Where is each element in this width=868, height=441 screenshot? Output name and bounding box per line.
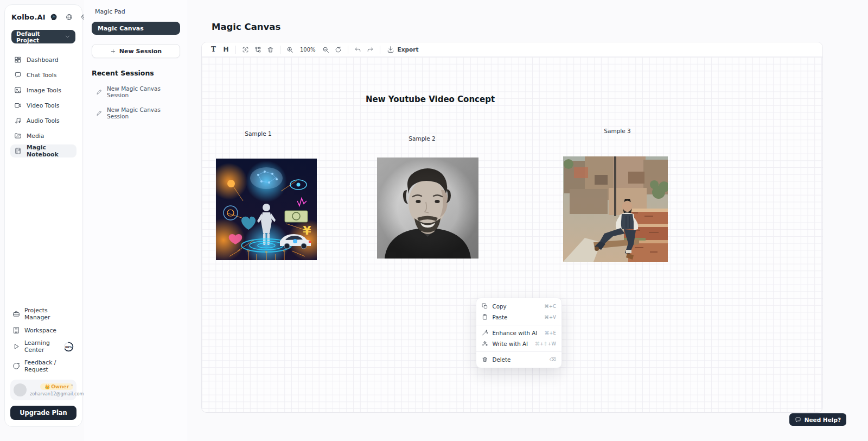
video-camera-icon bbox=[14, 102, 22, 109]
sample-3-image[interactable] bbox=[563, 156, 668, 262]
crown-icon: 👑 bbox=[44, 385, 50, 389]
canvas-heading-text[interactable]: New Youtube Video Concept bbox=[202, 94, 659, 104]
main-area: Magic Canvas T H 100% bbox=[188, 0, 868, 441]
sidebar-item-dashboard[interactable]: Dashboard bbox=[10, 53, 76, 66]
sidebar-item-label: Audio Tools bbox=[27, 117, 60, 124]
image-icon bbox=[14, 86, 22, 94]
toolbar-divider bbox=[280, 46, 280, 54]
shortcut-hint: ⌘+⇧+W bbox=[535, 341, 556, 346]
undo-icon bbox=[354, 46, 361, 53]
sidebar-item-audio-tools[interactable]: Audio Tools bbox=[10, 114, 76, 127]
sample-1-image[interactable]: ¥ bbox=[216, 159, 317, 260]
context-menu-item-delete[interactable]: Delete ⌫ bbox=[476, 354, 561, 365]
sidebar-item-label: Chat Tools bbox=[27, 72, 56, 79]
sample-3-label[interactable]: Sample 3 bbox=[604, 128, 630, 134]
copy-icon bbox=[482, 303, 488, 310]
sidebar-item-label: Video Tools bbox=[27, 102, 59, 109]
magic-canvas-item-selected[interactable]: Magic Canvas bbox=[92, 22, 180, 35]
magic-canvas-surface[interactable]: New Youtube Video Concept Sample 1 Sampl… bbox=[202, 57, 822, 413]
reset-view-button[interactable] bbox=[332, 44, 344, 55]
project-selector[interactable]: Default Project bbox=[11, 30, 75, 43]
sidebar-item-magic-notebook[interactable]: Magic Notebook bbox=[10, 144, 76, 158]
sidebar-item-label: Dashboard bbox=[27, 56, 59, 64]
pencil-icon bbox=[96, 89, 103, 95]
dashboard-grid-icon bbox=[14, 56, 22, 64]
expand-caret-icon: ⌃ bbox=[70, 384, 74, 389]
undo-button[interactable] bbox=[352, 44, 364, 55]
help-chat-icon bbox=[795, 417, 801, 423]
sidebar-item-label: Image Tools bbox=[27, 87, 61, 94]
redo-button[interactable] bbox=[364, 44, 376, 55]
shortcut-hint: ⌫ bbox=[550, 357, 556, 362]
sidebar-item-label: Media bbox=[27, 133, 44, 140]
new-session-button[interactable]: New Session bbox=[92, 44, 180, 58]
context-menu-divider bbox=[476, 325, 561, 325]
zoom-in-button[interactable] bbox=[284, 44, 296, 55]
context-menu-item-enhance-with-ai[interactable]: Enhance with AI ⌘+E bbox=[476, 327, 561, 338]
toolbar-divider bbox=[235, 46, 236, 54]
export-button[interactable]: Export bbox=[384, 46, 422, 53]
zoom-level-value: 100% bbox=[300, 47, 316, 53]
media-folder-icon bbox=[14, 132, 22, 140]
flow-connector-tool-button[interactable] bbox=[252, 44, 264, 55]
user-account-card[interactable]: 👑 Owner zoharvan12@gmail.com ⌃ bbox=[10, 380, 76, 400]
plus-icon bbox=[110, 48, 116, 54]
delete-tool-button[interactable] bbox=[264, 44, 277, 55]
shortcut-hint: ⌘+V bbox=[544, 314, 556, 320]
footer-item-label: Learning Center bbox=[24, 339, 58, 354]
learning-progress-ring: 66% bbox=[63, 341, 74, 352]
pencil-icon bbox=[96, 110, 103, 116]
redo-icon bbox=[367, 46, 374, 53]
sidebar-item-media[interactable]: Media bbox=[10, 129, 76, 142]
sidebar-item-workspace[interactable]: Workspace bbox=[10, 326, 76, 334]
sample-1-label[interactable]: Sample 1 bbox=[245, 130, 271, 137]
recent-session-item[interactable]: New Magic Canvas Session bbox=[92, 106, 180, 119]
context-menu-item-paste[interactable]: Paste ⌘+V bbox=[476, 312, 561, 323]
toolbar-divider bbox=[348, 46, 348, 54]
ai-select-tool-button[interactable] bbox=[239, 44, 252, 55]
zoom-out-button[interactable] bbox=[320, 44, 332, 55]
sidebar-item-image-tools[interactable]: Image Tools bbox=[10, 84, 76, 97]
user-email: zoharvan12@gmail.com bbox=[30, 391, 84, 396]
sidebar-item-learning-center[interactable]: Learning Center 66% bbox=[10, 339, 76, 354]
svg-text:¥: ¥ bbox=[303, 224, 311, 237]
play-icon bbox=[12, 343, 20, 350]
toolbar-divider bbox=[380, 46, 380, 54]
sidebar-item-chat-tools[interactable]: Chat Tools bbox=[10, 68, 76, 81]
need-help-button[interactable]: Need Help? bbox=[789, 413, 846, 426]
trash-icon bbox=[482, 356, 488, 363]
music-note-icon bbox=[14, 117, 22, 124]
download-icon bbox=[387, 46, 394, 53]
sidebar-item-projects-manager[interactable]: Projects Manager bbox=[10, 307, 76, 321]
text-tool-button[interactable]: T bbox=[207, 44, 220, 55]
language-globe-icon[interactable] bbox=[66, 14, 73, 21]
context-menu-item-write-with-ai[interactable]: Write with AI ⌘+⇧+W bbox=[476, 338, 561, 349]
sample-2-image[interactable] bbox=[377, 158, 478, 259]
sidebar: Kolbo.AI Default Project Dashboard Chat … bbox=[4, 4, 82, 427]
trash-icon bbox=[267, 46, 274, 53]
sidebar-item-video-tools[interactable]: Video Tools bbox=[10, 99, 76, 112]
chevron-down-icon bbox=[65, 34, 71, 40]
paste-clipboard-icon bbox=[482, 314, 488, 320]
sidebar-nav: Dashboard Chat Tools Image Tools Video T… bbox=[10, 53, 76, 158]
rotate-refresh-icon bbox=[335, 46, 342, 53]
recent-sessions-title: Recent Sessions bbox=[92, 69, 180, 77]
zoom-in-icon bbox=[286, 46, 293, 53]
heading-tool-button[interactable]: H bbox=[220, 44, 232, 55]
footer-item-label: Feedback / Request bbox=[24, 359, 74, 373]
canvas-board: T H 100% bbox=[201, 42, 823, 413]
sample-2-label[interactable]: Sample 2 bbox=[409, 135, 435, 142]
context-menu-item-copy[interactable]: Copy ⌘+C bbox=[476, 301, 561, 312]
recent-session-item[interactable]: New Magic Canvas Session bbox=[92, 85, 180, 98]
footer-item-label: Workspace bbox=[24, 327, 56, 334]
context-menu: Copy ⌘+C Paste ⌘+V Enhance with AI ⌘+E W… bbox=[476, 298, 562, 368]
zoom-out-icon bbox=[322, 46, 329, 53]
notebook-pen-icon bbox=[14, 147, 22, 155]
magic-pad-item[interactable]: Magic Pad bbox=[92, 8, 180, 15]
sparkles-icon bbox=[482, 341, 488, 347]
chat-bubble-icon bbox=[14, 71, 22, 79]
upgrade-plan-button[interactable]: Upgrade Plan bbox=[10, 406, 76, 420]
sidebar-item-feedback[interactable]: Feedback / Request bbox=[10, 359, 76, 373]
ai-scan-icon bbox=[242, 46, 249, 53]
briefcase-icon bbox=[12, 310, 20, 318]
